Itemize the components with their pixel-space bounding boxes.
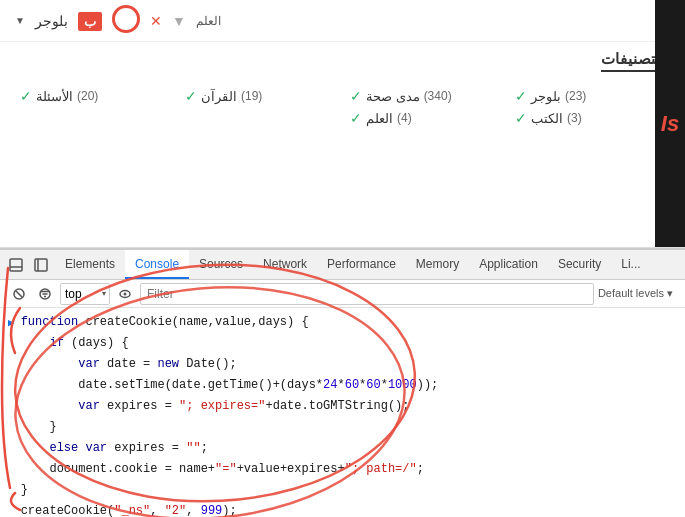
browser-content-area: العلم ▼ ✕ ب بلوجر ▼ التصنيفات (23) بلوجر… (0, 0, 685, 248)
search-circle-icon[interactable] (112, 5, 140, 36)
cat-item: (19) القرآن ✓ (185, 88, 335, 104)
nav-item-elm[interactable]: العلم (196, 14, 221, 28)
svg-point-11 (124, 292, 127, 295)
filter-toggle-button[interactable] (34, 283, 56, 305)
console-line: ▶ createCookie("_ns", "2", 999); (0, 501, 685, 517)
nav-item-bloger[interactable]: بلوجر (35, 13, 68, 29)
tab-application[interactable]: Application (469, 250, 548, 279)
console-line: ▶ var expires = "; expires="+date.toGMTS… (0, 396, 685, 417)
devtools-dock-icon[interactable] (5, 254, 27, 276)
console-line: ▶ function createCookie(name,value,days)… (0, 312, 685, 333)
console-line: ▶ if (days) { (0, 333, 685, 354)
cat-item: (4) العلم ✓ (350, 110, 500, 126)
categories-grid: (23) بلوجر ✓ (340) مدى صحة ✓ (19) القرآن… (20, 88, 665, 126)
right-sidebar-strip: Is (655, 0, 685, 248)
sidebar-text: Is (661, 111, 679, 137)
tab-security[interactable]: Security (548, 250, 611, 279)
tab-more[interactable]: Li... (611, 250, 650, 279)
svg-rect-0 (10, 259, 22, 271)
line-arrow-icon: ▶ (8, 314, 15, 332)
console-toolbar: top ▾ Default levels ▾ (0, 280, 685, 308)
nav-logo: ب (78, 13, 102, 29)
devtools-panel: Elements Console Sources Network Perform… (0, 248, 685, 517)
devtools-inspect-icon[interactable] (30, 254, 52, 276)
tab-sources[interactable]: Sources (189, 250, 253, 279)
nav-separator: ▼ (172, 13, 186, 29)
tab-elements[interactable]: Elements (55, 250, 125, 279)
tab-performance[interactable]: Performance (317, 250, 406, 279)
console-line: ▶ var date = new Date(); (0, 354, 685, 375)
context-select[interactable]: top (60, 283, 110, 305)
svg-line-5 (16, 291, 22, 297)
cat-item: (340) مدى صحة ✓ (350, 88, 500, 104)
cat-item: (20) الأسئلة ✓ (20, 88, 170, 104)
tab-console[interactable]: Console (125, 250, 189, 279)
console-line: ▶ } (0, 480, 685, 501)
default-levels-button[interactable]: Default levels ▾ (598, 287, 677, 300)
console-line: ▶ } (0, 417, 685, 438)
devtools-tabs-bar: Elements Console Sources Network Perform… (0, 250, 685, 280)
cat-item: (3) الكتب ✓ (515, 110, 665, 126)
tab-network[interactable]: Network (253, 250, 317, 279)
console-line: ▶ else var expires = ""; (0, 438, 685, 459)
clear-console-button[interactable] (8, 283, 30, 305)
filter-input[interactable] (140, 283, 594, 305)
context-select-wrapper[interactable]: top ▾ (60, 283, 110, 305)
nav-close[interactable]: ✕ (150, 13, 162, 29)
cat-item: (23) بلوجر ✓ (515, 88, 665, 104)
svg-rect-2 (35, 259, 47, 271)
tab-memory[interactable]: Memory (406, 250, 469, 279)
top-navigation: العلم ▼ ✕ ب بلوجر ▼ (0, 0, 685, 36)
console-output: ▶ function createCookie(name,value,days)… (0, 308, 685, 517)
classifications-section: التصنيفات (23) بلوجر ✓ (340) مدى صحة ✓ (… (0, 41, 685, 134)
nav-dropdown-arrow[interactable]: ▼ (15, 15, 25, 26)
eye-button[interactable] (114, 283, 136, 305)
console-line: ▶ date.setTime(date.getTime()+(days*24*6… (0, 375, 685, 396)
console-line: ▶ document.cookie = name+"="+value+expir… (0, 459, 685, 480)
